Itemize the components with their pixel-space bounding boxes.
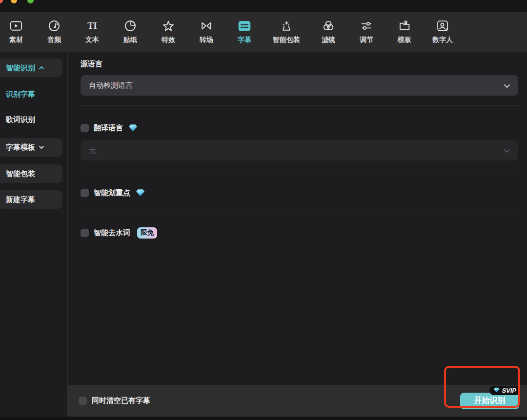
source-language-value: 自动检测语言 xyxy=(89,81,133,90)
audio-icon xyxy=(47,19,61,33)
sidebar-item-label: 智能识别 xyxy=(6,63,35,73)
start-recognition-button[interactable]: 开始识别 xyxy=(460,393,519,409)
tab-subtitles[interactable]: 字幕 xyxy=(229,19,260,44)
sidebar-item-label: 歌词识别 xyxy=(6,115,35,124)
tab-smart-package[interactable]: 智能包装 xyxy=(267,19,305,44)
tab-adjust[interactable]: 调节 xyxy=(351,19,382,44)
close-window-button[interactable] xyxy=(0,0,3,3)
smart-highlight-row: 智能划重点 xyxy=(81,186,518,199)
footer-bar: 同时清空已有字幕 SVIP 开始识别 xyxy=(68,385,527,417)
tab-label: 音频 xyxy=(47,36,61,44)
tab-label: 素材 xyxy=(9,36,23,44)
adjust-sliders-icon xyxy=(360,19,373,33)
tab-effects[interactable]: 特效 xyxy=(153,19,183,44)
tab-label: 字幕 xyxy=(238,36,251,44)
chevron-down-icon xyxy=(504,146,510,155)
window-bottom-edge xyxy=(0,417,527,420)
media-icon xyxy=(9,19,23,33)
tab-label: 模板 xyxy=(398,36,411,44)
translate-language-row: 翻译语言 xyxy=(81,121,518,134)
top-toolbar: 素材 音频 TI 文本 贴纸 特效 xyxy=(0,12,527,52)
vip-diamond-icon xyxy=(128,124,138,132)
remove-filler-words-row: 智能去水词 限免 xyxy=(81,226,518,239)
tab-digital-human[interactable]: 数字人 xyxy=(427,19,458,44)
chevron-down-icon xyxy=(39,146,44,149)
tab-transitions[interactable]: 转场 xyxy=(191,19,222,44)
tab-sticker[interactable]: 贴纸 xyxy=(115,19,145,44)
zoom-window-button[interactable] xyxy=(27,0,34,3)
sidebar-group-smart-recognition[interactable]: 智能识别 xyxy=(0,59,62,77)
tab-label: 文本 xyxy=(85,36,99,44)
sticker-icon xyxy=(123,19,137,33)
tab-label: 数字人 xyxy=(432,36,453,44)
subtitle-icon xyxy=(238,19,251,33)
sidebar-item-label: 字幕模板 xyxy=(6,143,35,152)
text-icon: TI xyxy=(85,19,99,33)
translate-language-select[interactable]: 无 xyxy=(81,140,518,160)
remove-filler-words-label: 智能去水词 xyxy=(94,228,130,238)
tab-templates[interactable]: 模板 xyxy=(389,19,420,44)
divider xyxy=(81,212,518,212)
tab-label: 特效 xyxy=(162,36,175,44)
sidebar-group-subtitle-templates[interactable]: 字幕模板 xyxy=(0,138,62,157)
capcut-subtitle-panel: 素材 音频 TI 文本 贴纸 特效 xyxy=(0,0,527,420)
clear-existing-row: 同时清空已有字幕 xyxy=(79,395,150,407)
tab-filters[interactable]: 滤镜 xyxy=(313,19,344,44)
svip-diamond-icon xyxy=(493,387,500,394)
tab-audio[interactable]: 音频 xyxy=(39,19,69,44)
chevron-up-icon xyxy=(39,66,44,69)
translate-language-value: 无 xyxy=(89,146,96,155)
divider xyxy=(81,173,518,173)
template-icon xyxy=(398,19,411,33)
digital-human-icon xyxy=(436,19,449,33)
sidebar-group-new-subtitle[interactable]: 新建字幕 xyxy=(0,190,62,209)
transition-icon xyxy=(200,19,213,33)
tab-label: 滤镜 xyxy=(322,36,335,44)
sidebar-group-smart-packaging[interactable]: 智能包装 xyxy=(0,164,62,183)
effects-star-icon xyxy=(162,19,175,33)
clear-existing-subtitles-checkbox[interactable] xyxy=(79,397,87,405)
titlebar xyxy=(0,0,527,12)
body: 智能识别 识别字幕 歌词识别 字幕模板 智能包装 新建字幕 xyxy=(0,52,527,417)
chevron-down-icon xyxy=(504,81,510,90)
sidebar-item-label: 识别字幕 xyxy=(6,90,35,99)
vip-diamond-icon xyxy=(136,189,145,197)
smart-package-icon xyxy=(280,19,293,33)
smart-highlight-checkbox[interactable] xyxy=(81,189,89,197)
tab-label: 贴纸 xyxy=(123,36,137,44)
sidebar-item-label: 新建字幕 xyxy=(6,195,35,204)
svip-badge: SVIP xyxy=(489,386,520,395)
start-button-area: SVIP 开始识别 xyxy=(460,393,519,409)
clear-existing-subtitles-label: 同时清空已有字幕 xyxy=(92,396,150,405)
recognize-subtitles-form: 源语言 自动检测语言 翻译语言 无 xyxy=(68,52,527,385)
main-panel: 源语言 自动检测语言 翻译语言 无 xyxy=(68,52,527,417)
tab-label: 智能包装 xyxy=(273,36,300,44)
tab-label: 调节 xyxy=(360,36,373,44)
smart-highlight-label: 智能划重点 xyxy=(94,188,130,198)
source-language-label: 源语言 xyxy=(81,60,518,69)
filter-icon xyxy=(322,19,335,33)
sidebar: 智能识别 识别字幕 歌词识别 字幕模板 智能包装 新建字幕 xyxy=(0,52,68,417)
svip-badge-label: SVIP xyxy=(502,387,516,394)
minimize-window-button[interactable] xyxy=(11,0,17,3)
divider xyxy=(81,105,518,106)
sidebar-item-recognize-subtitles[interactable]: 识别字幕 xyxy=(0,85,67,103)
source-language-select[interactable]: 自动检测语言 xyxy=(81,75,518,96)
translate-language-checkbox[interactable] xyxy=(81,124,89,132)
tab-media[interactable]: 素材 xyxy=(1,19,31,44)
svg-text:TI: TI xyxy=(87,20,97,31)
sidebar-item-lyrics-recognition[interactable]: 歌词识别 xyxy=(0,111,67,128)
limited-free-badge: 限免 xyxy=(137,227,157,239)
remove-filler-words-checkbox[interactable] xyxy=(81,229,89,237)
tab-label: 转场 xyxy=(200,36,213,44)
translate-language-label: 翻译语言 xyxy=(94,123,123,133)
sidebar-item-label: 智能包装 xyxy=(6,169,35,179)
tab-text[interactable]: TI 文本 xyxy=(77,19,107,44)
